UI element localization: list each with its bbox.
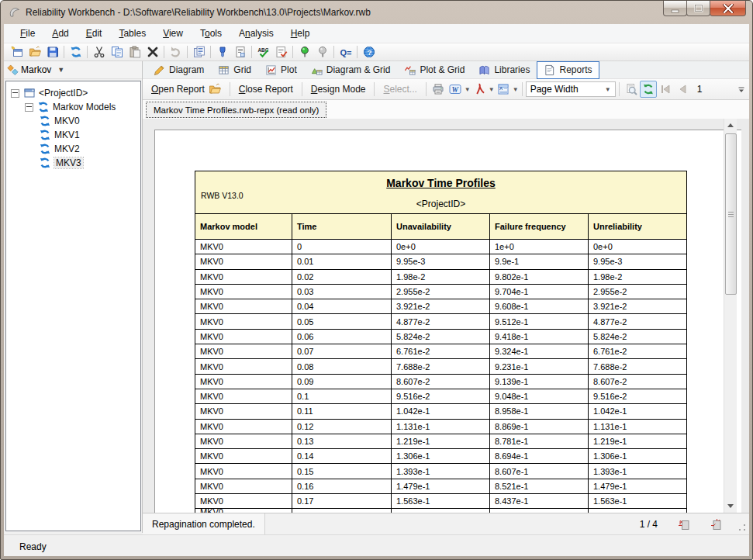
collapse-expander[interactable]: [25, 103, 33, 112]
table-row: MKV00.121.131e-18.869e-11.131e-1: [195, 420, 686, 434]
menu-item-analysis[interactable]: Analysis: [230, 25, 282, 42]
table-cell: 1.393e-1: [392, 464, 490, 478]
cut-button[interactable]: [90, 44, 108, 60]
table-cell: 8.694e-1: [490, 449, 589, 463]
tab-label: Grid: [233, 64, 251, 75]
tab-diagram[interactable]: Diagram: [147, 61, 211, 79]
export-word-button[interactable]: W: [447, 81, 464, 98]
tree-item-mkv2[interactable]: MKV2: [6, 142, 140, 156]
export-text-button[interactable]: A: [495, 81, 512, 98]
previous-page-button[interactable]: [674, 81, 691, 98]
table-cell: 9.324e-1: [490, 344, 589, 358]
scrollbar-thumb[interactable]: [725, 133, 737, 295]
light-gray-button[interactable]: [313, 44, 331, 60]
tree-item-mkv3[interactable]: MKV3: [6, 156, 140, 170]
verify-button[interactable]: [272, 44, 290, 60]
document-tab[interactable]: Markov Time Profiles.rwb-repx (read only…: [146, 102, 326, 118]
menu-item-file[interactable]: File: [12, 25, 43, 42]
tree-item--projectid-[interactable]: <ProjectID>: [6, 86, 140, 100]
menu-item-help[interactable]: Help: [282, 25, 319, 42]
table-cell: 8.958e-1: [490, 404, 589, 418]
tab-plot-grid[interactable]: Plot & Grid: [397, 61, 471, 79]
separator: [426, 82, 427, 96]
q-equals-button[interactable]: Q=: [337, 44, 354, 60]
close-report-button[interactable]: Close Report: [233, 81, 299, 97]
table-cell: 7.688e-2: [589, 359, 688, 373]
new-project-button[interactable]: [8, 44, 26, 60]
page-marker-icon[interactable]: [678, 518, 690, 531]
maximize-button[interactable]: [686, 1, 710, 16]
sidebar-header[interactable]: Markov ▼: [4, 61, 142, 79]
table-cell: MKV0: [195, 270, 292, 284]
tree-item-markov-models[interactable]: Markov Models: [6, 100, 140, 114]
scroll-up-button[interactable]: [724, 119, 737, 132]
print-button[interactable]: [430, 81, 447, 98]
separator: [64, 46, 64, 58]
help-globe-button[interactable]: ?: [360, 44, 378, 60]
separator: [87, 46, 88, 58]
menu-item-view[interactable]: View: [154, 25, 192, 42]
svg-text:Q=: Q=: [340, 48, 351, 57]
table-cell: 8.607e-1: [490, 464, 589, 478]
table-cell: MKV0: [195, 420, 292, 434]
open-report-button[interactable]: Open Report: [146, 81, 226, 98]
goto-blue-button[interactable]: [213, 44, 231, 60]
refresh-blue-button[interactable]: [67, 44, 85, 60]
table-cell: MKV0: [195, 389, 292, 403]
chevron-down-icon[interactable]: ▼: [513, 86, 519, 93]
menu-bar: FileAddEditTablesViewToolsAnalysisHelp: [4, 24, 749, 43]
export-pdf-button[interactable]: [471, 81, 488, 98]
page-marker-icon[interactable]: [710, 518, 723, 531]
table-cell: 5.824e-2: [589, 330, 688, 344]
copy-button[interactable]: [108, 44, 126, 60]
open-folder-button[interactable]: [26, 44, 43, 60]
zoom-combo[interactable]: Page Width ▼: [526, 81, 616, 97]
vertical-scrollbar[interactable]: [724, 119, 737, 513]
tree-item-mkv1[interactable]: MKV1: [6, 128, 140, 142]
resize-grip[interactable]: [738, 524, 746, 531]
tab-libraries[interactable]: Libraries: [471, 61, 537, 79]
separator: [251, 46, 252, 58]
select-button: Select...: [378, 81, 422, 97]
tab-reports[interactable]: Reports: [537, 61, 599, 79]
page-indicator-group: 1 / 4: [640, 518, 749, 531]
design-mode-button[interactable]: Design Mode: [306, 81, 371, 97]
refresh-report-button[interactable]: [640, 81, 657, 98]
chevron-down-icon[interactable]: ▼: [465, 86, 471, 93]
close-button[interactable]: [710, 1, 746, 16]
menu-item-tools[interactable]: Tools: [192, 25, 230, 42]
toolbar-overflow-button[interactable]: [736, 83, 747, 97]
table-cell: MKV0: [195, 479, 292, 493]
page-number-field[interactable]: 1: [697, 84, 703, 95]
tab-diagram-grid[interactable]: Diagram & Grid: [304, 61, 398, 79]
sidebar: <ProjectID>Markov ModelsMKV0MKV1MKV2MKV3: [4, 79, 142, 533]
table-cell: 1.131e-1: [589, 420, 688, 434]
tree-item-mkv0[interactable]: MKV0: [6, 114, 140, 128]
delete-x-button[interactable]: [143, 44, 161, 60]
first-page-button[interactable]: [657, 81, 674, 98]
chevron-down-icon[interactable]: ▼: [489, 86, 495, 93]
menu-item-add[interactable]: Add: [43, 25, 77, 42]
table-cell: 0.06: [292, 330, 392, 344]
table-cell: 1.306e-1: [589, 449, 688, 463]
menu-item-edit[interactable]: Edit: [78, 25, 111, 42]
collapse-expander[interactable]: [11, 89, 19, 98]
tab-plot[interactable]: Plot: [258, 61, 304, 79]
paste-button[interactable]: [126, 44, 143, 60]
report-small-button[interactable]: [231, 44, 249, 60]
menu-item-tables[interactable]: Tables: [110, 25, 154, 42]
scroll-down-button[interactable]: [724, 500, 737, 513]
tab-grid[interactable]: Grid: [211, 61, 258, 79]
table-row: MKV00.076.761e-29.324e-16.761e-2: [195, 344, 686, 359]
print-preview-button[interactable]: [623, 81, 640, 98]
table-row: MKV00.087.688e-29.231e-17.688e-2: [195, 359, 686, 374]
table-cell: 6.761e-2: [392, 344, 490, 358]
light-green-button[interactable]: [295, 44, 313, 60]
view-tab-bar: DiagramGridPlotDiagram & GridPlot & Grid…: [142, 61, 749, 79]
undo-button[interactable]: [167, 44, 185, 60]
copy-sheets-button[interactable]: [190, 44, 208, 60]
spellcheck-button[interactable]: ABC: [254, 44, 272, 60]
table-cell: MKV0: [195, 344, 292, 358]
minimize-button[interactable]: [663, 1, 687, 16]
save-button[interactable]: [43, 44, 61, 60]
